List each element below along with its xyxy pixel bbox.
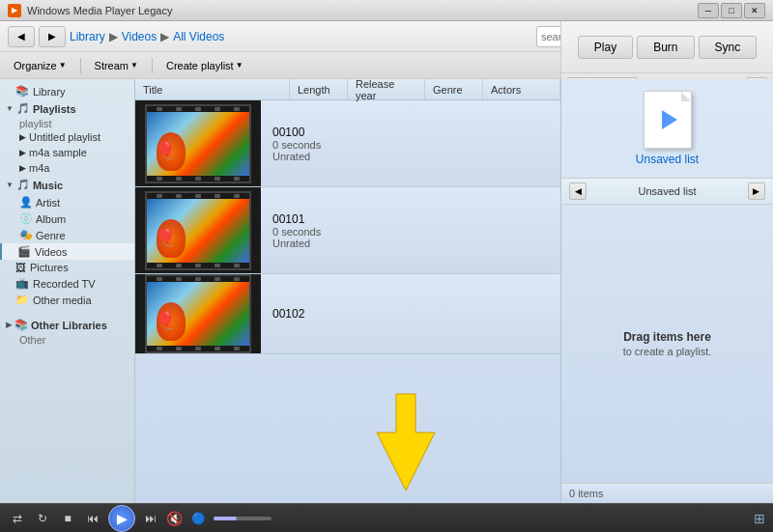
- video-info-2: 00102: [261, 274, 316, 353]
- items-count: 0 items: [561, 483, 773, 503]
- playlist-m4a-sample-icon: ▶: [19, 148, 26, 157]
- repeat-button[interactable]: ↻: [33, 509, 52, 528]
- right-nav-forward-button[interactable]: ▶: [748, 182, 765, 200]
- drag-sub-text: to create a playlist.: [623, 346, 712, 357]
- maximize-button[interactable]: □: [721, 3, 742, 18]
- prev-button[interactable]: ⏮: [83, 509, 102, 528]
- video-rating-1: Unrated: [272, 238, 321, 249]
- sidebar: 📚 Library ▼ 🎵 Playlists playlist ▶ Untit…: [0, 79, 135, 503]
- playlists-expand-icon: ▼: [6, 104, 14, 113]
- film-thumbnail-0: [135, 100, 261, 186]
- forward-button[interactable]: ▶: [39, 26, 66, 47]
- sidebar-item-m4a[interactable]: ▶ m4a: [0, 160, 134, 176]
- play-icon: [662, 110, 677, 129]
- sidebar-item-recorded-tv[interactable]: 📺 Recorded TV: [0, 275, 134, 292]
- sidebar-item-library[interactable]: 📚 Library: [0, 83, 134, 99]
- col-header-genre[interactable]: Genre: [425, 79, 483, 99]
- pictures-icon: 🖼: [15, 262, 26, 273]
- tv-icon: 📺: [15, 277, 29, 290]
- create-playlist-button[interactable]: Create playlist ▼: [160, 56, 249, 75]
- sidebar-item-videos[interactable]: 🎬 Videos: [0, 243, 134, 260]
- film-strip-2: [145, 274, 251, 353]
- title-bar: ▶ Windows Media Player Legacy ─ □ ✕: [0, 0, 773, 21]
- other-libraries-expand-icon: ▶: [6, 321, 12, 329]
- sidebar-section-other-libraries[interactable]: ▶ 📚 Other Libraries: [0, 316, 134, 334]
- video-info-0: 00100 0 seconds Unrated: [261, 100, 332, 186]
- create-playlist-dropdown-icon: ▼: [236, 61, 243, 70]
- video-row-2[interactable]: 00102: [135, 274, 560, 354]
- next-button[interactable]: ⏭: [141, 509, 160, 528]
- stop-button[interactable]: ■: [58, 509, 77, 528]
- sidebar-item-album[interactable]: 💿 Album: [0, 210, 134, 227]
- playlist-icon: ▶: [19, 132, 26, 142]
- right-nav-title: Unsaved list: [639, 185, 697, 197]
- audio-icon[interactable]: 🔵: [188, 509, 208, 528]
- play-button[interactable]: Play: [578, 36, 633, 59]
- sidebar-section-music[interactable]: ▼ 🎵 Music: [0, 176, 134, 194]
- main-area: 📚 Library ▼ 🎵 Playlists playlist ▶ Untit…: [0, 79, 773, 503]
- shuffle-button[interactable]: ⇄: [8, 509, 27, 528]
- unsaved-list-area: Unsaved list: [561, 79, 773, 178]
- col-header-length[interactable]: Length: [290, 79, 348, 99]
- video-row-0[interactable]: 00100 0 seconds Unrated: [135, 100, 560, 187]
- video-duration-0: 0 seconds: [272, 139, 321, 151]
- sidebar-item-pictures[interactable]: 🖼 Pictures: [0, 260, 134, 275]
- unsaved-list-label[interactable]: Unsaved list: [636, 153, 699, 166]
- mute-button[interactable]: 🔇: [166, 511, 183, 526]
- genre-icon: 🎭: [19, 229, 33, 241]
- divider2: [152, 58, 153, 73]
- playlists-sublabel: playlist: [0, 118, 134, 129]
- content-area: Title Length Release year Genre Actors: [135, 79, 560, 503]
- breadcrumb: Library ▶ Videos ▶ All Videos: [70, 30, 224, 43]
- unsaved-list-icon: [644, 91, 692, 149]
- video-info-1: 00101 0 seconds Unrated: [261, 187, 332, 273]
- other-media-icon: 📁: [15, 294, 29, 306]
- sidebar-section-playlists[interactable]: ▼ 🎵 Playlists: [0, 99, 134, 118]
- right-panel-nav: ◀ Unsaved list ▶: [561, 178, 773, 205]
- breadcrumb-all-videos[interactable]: All Videos: [173, 30, 224, 43]
- breadcrumb-videos[interactable]: Videos: [122, 30, 157, 43]
- stream-button[interactable]: Stream ▼: [89, 56, 144, 75]
- organize-button[interactable]: Organize ▼: [8, 56, 72, 75]
- col-header-title[interactable]: Title: [135, 79, 290, 99]
- video-rating-0: Unrated: [272, 151, 321, 162]
- music-expand-icon: ▼: [6, 181, 14, 189]
- other-libraries-icon: 📚: [14, 319, 28, 331]
- col-header-actors[interactable]: Actors: [483, 79, 560, 99]
- col-header-year[interactable]: Release year: [348, 79, 425, 99]
- film-thumbnail-2: [135, 274, 261, 353]
- sidebar-item-genre[interactable]: 🎭 Genre: [0, 227, 134, 243]
- library-icon: 📚: [15, 85, 29, 98]
- player-bar: ⇄ ↻ ■ ⏮ ▶ ⏭ 🔇 🔵 ⊞: [0, 503, 773, 532]
- right-nav-back-button[interactable]: ◀: [569, 182, 587, 200]
- drag-main-text: Drag items here: [623, 330, 711, 344]
- organize-dropdown-icon: ▼: [59, 61, 67, 70]
- sidebar-item-artist[interactable]: 👤 Artist: [0, 194, 134, 210]
- artist-icon: 👤: [19, 196, 33, 209]
- film-strip-0: [145, 104, 251, 183]
- play-pause-button[interactable]: ▶: [108, 505, 135, 532]
- breadcrumb-library[interactable]: Library: [70, 30, 105, 43]
- video-row-1[interactable]: 00101 0 seconds Unrated: [135, 187, 560, 274]
- sync-button[interactable]: Sync: [699, 36, 758, 59]
- close-button[interactable]: ✕: [744, 3, 765, 18]
- back-button[interactable]: ◀: [8, 26, 35, 47]
- right-top-toolbar: Play Burn Sync: [560, 21, 773, 73]
- volume-slider[interactable]: [214, 517, 272, 520]
- sidebar-item-m4a-sample[interactable]: ▶ m4a sample: [0, 145, 134, 160]
- app-title: Windows Media Player Legacy: [27, 5, 172, 16]
- right-panel: Unsaved list ◀ Unsaved list ▶ Drag items…: [560, 79, 773, 503]
- sidebar-item-untitled-playlist[interactable]: ▶ Untitled playlist: [0, 129, 134, 145]
- video-title-1: 00101: [272, 212, 321, 226]
- burn-button[interactable]: Burn: [637, 36, 694, 59]
- album-icon: 💿: [19, 212, 33, 225]
- videos-icon: 🎬: [17, 245, 31, 258]
- video-title-2: 00102: [272, 307, 304, 321]
- stream-dropdown-icon: ▼: [130, 61, 138, 70]
- divider: [80, 58, 81, 73]
- video-title-0: 00100: [272, 126, 321, 139]
- minimize-button[interactable]: ─: [698, 3, 719, 18]
- video-duration-1: 0 seconds: [272, 226, 321, 238]
- grid-button[interactable]: ⊞: [754, 511, 765, 526]
- sidebar-item-other-media[interactable]: 📁 Other media: [0, 292, 134, 308]
